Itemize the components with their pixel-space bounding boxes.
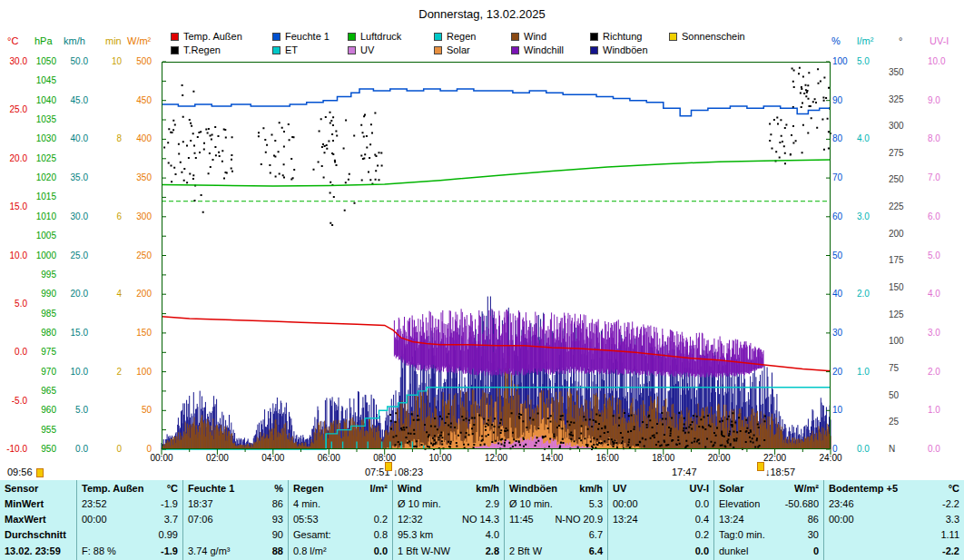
axis-tick-uvi: 0.0 <box>928 445 955 454</box>
series-feuchte <box>162 89 831 116</box>
axis-tick-temp: -10.0 <box>2 445 27 454</box>
cell-label: Windböen <box>509 483 557 494</box>
axis-tick-deg: 325 <box>889 95 910 104</box>
table-header-cell: UVUV-I <box>608 480 714 496</box>
cell-label: UV <box>613 483 626 494</box>
table-header-cell: Windkm/h <box>393 480 505 496</box>
axis-tick-lm2: 2.0 <box>857 290 880 299</box>
chart-title: Donnerstag, 13.02.2025 <box>0 7 964 21</box>
axis-tick-temp: 0.0 <box>2 348 27 357</box>
cell-value: °C <box>167 483 178 494</box>
legend-label: Sonnenschein <box>682 32 745 42</box>
cell-value: -50.680 <box>785 498 819 509</box>
table-header-cell: Regenl/m² <box>289 480 393 496</box>
axis-tick-temp: 30.0 <box>2 57 27 66</box>
axis-tick-uvi: 2.0 <box>928 368 955 377</box>
axis-tick-min: 8 <box>102 134 122 143</box>
axis-tick-pct: 40 <box>832 290 854 299</box>
legend-item: Sonnenschein <box>669 32 745 42</box>
axis-unit-kmh: km/h <box>64 36 85 46</box>
table-header-cell: Feuchte 1% <box>183 480 289 496</box>
axis-tick-hpa: 965 <box>31 387 56 396</box>
axis-tick-uvi: 9.0 <box>928 96 955 105</box>
axis-tick-deg: 50 <box>889 391 910 400</box>
cell-value: N-NO 20.9 <box>555 514 603 525</box>
axis-tick-deg: 350 <box>889 68 910 77</box>
table-cell: 1.11 <box>824 526 964 542</box>
axis-unit-hpa: hPa <box>34 36 53 46</box>
axis-tick-uvi: 7.0 <box>928 173 955 182</box>
cell-value: 0.2 <box>374 514 388 525</box>
cell-label: Gesamt: <box>293 529 331 540</box>
cell-value: UV-I <box>690 483 709 494</box>
x-axis-tick: 10:00 <box>422 453 458 463</box>
cell-value: 3.7 <box>164 514 178 525</box>
table-row-label: Durchschnitt <box>0 526 77 542</box>
axis-tick-deg: 125 <box>889 310 910 319</box>
legend-swatch-icon <box>348 46 356 54</box>
axis-tick-lm2: 1.0 <box>857 368 880 377</box>
cell-label: 00:00 <box>613 498 638 509</box>
cell-label: 4 min. <box>293 498 320 509</box>
sunset-time-2: ↓18:57 <box>765 467 795 477</box>
axis-tick-deg: 25 <box>889 418 910 427</box>
axis-tick-wm2: 150 <box>126 329 152 338</box>
axis-tick-wm2: 300 <box>126 212 152 221</box>
legend-swatch-icon <box>511 46 519 54</box>
legend-swatch-icon <box>348 33 356 41</box>
cell-value: 6.7 <box>589 529 603 540</box>
cell-label: 3.74 g/m³ <box>188 545 230 556</box>
table-cell: Ø 10 min.5.3 <box>505 496 608 511</box>
x-axis-tick: 02:00 <box>199 453 235 463</box>
table-cell: Tag:0 min.30 <box>714 526 824 542</box>
axis-tick-deg: 275 <box>889 149 910 158</box>
legend-swatch-icon <box>669 33 677 41</box>
axis-tick-deg: N <box>889 445 910 454</box>
x-axis-tick: 24:00 <box>812 453 849 463</box>
legend-item: Solar <box>434 45 470 55</box>
legend-swatch-icon <box>272 33 280 41</box>
table-row-label: MinWert <box>0 496 77 511</box>
table-cell: 0.2 <box>608 526 714 542</box>
axis-tick-temp: 15.0 <box>2 202 27 211</box>
table-cell: 0.99 <box>77 526 183 542</box>
axis-tick-pct: 60 <box>832 212 854 221</box>
axis-tick-kmh: 35.0 <box>63 173 88 182</box>
axis-tick-wm2: 350 <box>126 173 152 182</box>
legend-item: Richtung <box>590 32 642 42</box>
legend-swatch-icon <box>171 46 179 54</box>
cell-label: 2 Bft W <box>509 545 542 556</box>
table-cell: 07:0693 <box>183 511 289 526</box>
axis-tick-hpa: 950 <box>31 445 56 454</box>
x-axis-tick: 04:00 <box>255 453 291 463</box>
axis-tick-hpa: 1025 <box>31 154 56 163</box>
legend-label: Regen <box>447 32 476 42</box>
legend-label: T.Regen <box>183 45 221 55</box>
axis-unit-min: min <box>105 36 122 46</box>
cell-label: 00:00 <box>829 514 854 525</box>
cell-value: 0.0 <box>695 545 709 556</box>
axis-tick-temp: 5.0 <box>2 300 27 309</box>
cell-value: 0.4 <box>695 514 709 525</box>
legend-swatch-icon <box>171 33 179 41</box>
axis-tick-hpa: 985 <box>31 309 56 319</box>
axis-unit-pct: % <box>831 36 841 46</box>
axis-tick-hpa: 1000 <box>31 251 56 260</box>
legend-label: Windböen <box>603 45 648 55</box>
table-cell: 90 <box>183 526 289 542</box>
cell-value: 93 <box>272 514 283 525</box>
table-cell: 23:46-2.2 <box>824 496 964 511</box>
chart-plot-area <box>162 62 831 458</box>
axis-tick-hpa: 1015 <box>31 192 56 201</box>
cell-value: 1.11 <box>940 529 959 540</box>
cell-value: 0.0 <box>374 545 388 556</box>
axis-tick-wm2: 400 <box>126 134 152 143</box>
cell-value: 0 <box>813 545 819 556</box>
x-axis-tick: 14:00 <box>534 453 570 463</box>
cell-value: NO 14.3 <box>462 514 499 525</box>
axis-tick-hpa: 990 <box>31 290 56 299</box>
axis-unit-wm2: W/m² <box>127 36 151 46</box>
axis-tick-uvi: 4.0 <box>928 290 955 299</box>
table-cell: 0.8 l/m²0.0 <box>289 542 393 560</box>
cell-label: Feuchte 1 <box>188 483 234 494</box>
